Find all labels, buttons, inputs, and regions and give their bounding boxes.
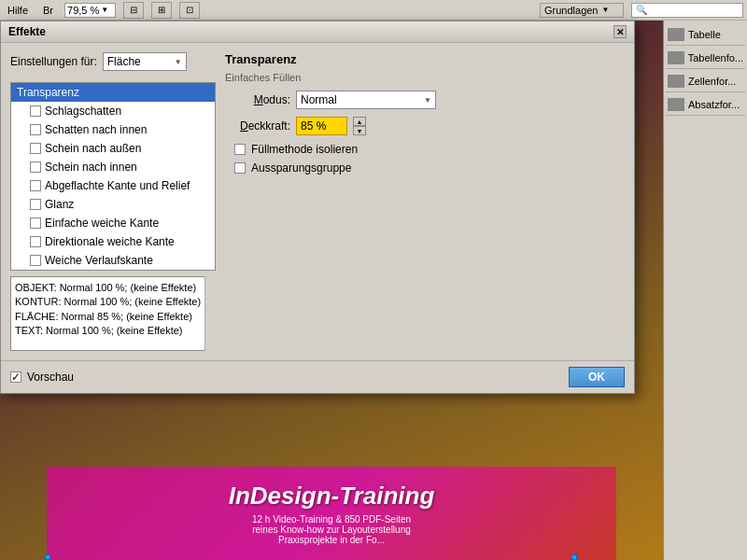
settings-dropdown-arrow: ▼ [175, 58, 182, 66]
panel-title: Transparenz [225, 52, 625, 66]
ok-button[interactable]: OK [569, 367, 625, 387]
effect-direktionale-weiche[interactable]: Direktionale weiche Kante [11, 232, 215, 251]
schein-innen-label: Schein nach innen [45, 161, 137, 174]
checkbox-glanz[interactable] [30, 199, 41, 210]
selection-handle-br [571, 554, 577, 560]
effect-transparenz[interactable]: Transparenz [11, 83, 215, 102]
checkbox-aussparung[interactable] [234, 162, 246, 174]
effect-schein-innen[interactable]: Schein nach innen [11, 158, 215, 176]
grundlagen-dropdown[interactable]: Grundlagen ▼ [540, 3, 624, 18]
transparenz-label: Transparenz [17, 86, 79, 99]
view-icon-3[interactable]: ⊡ [179, 2, 200, 19]
left-column: Einstellungen für: Fläche ▼ Transparenz … [10, 52, 216, 351]
footer-buttons: OK [569, 367, 625, 387]
effect-schlagschatten[interactable]: Schlagschatten [11, 102, 215, 120]
right-panel: Tabelle Tabellenfo... Zellenfor... Absat… [663, 21, 747, 560]
checkbox-vorschau[interactable]: ✓ [10, 371, 21, 383]
summary-scrollbar[interactable] [204, 276, 216, 351]
bg-line2: reines Know-how zur Layouterstellung [65, 525, 598, 535]
dialog-body: Einstellungen für: Fläche ▼ Transparenz … [1, 43, 634, 360]
effect-weiche-verlaufskante[interactable]: Weiche Verlaufskante [11, 251, 215, 270]
opacity-value: 85 % [301, 119, 326, 133]
effekte-dialog: Effekte ✕ Einstellungen für: Fläche ▼ Tr… [0, 21, 635, 394]
tabellenfo-icon [668, 51, 684, 64]
app-label: Br [39, 5, 57, 16]
dialog-close-button[interactable]: ✕ [613, 25, 627, 38]
checkbox-abgeflachte[interactable] [30, 180, 41, 191]
deckkraft-label: Deckkraft: [225, 119, 290, 133]
aussparung-row: Aussparungsgruppe [225, 161, 625, 175]
summary-line-0: OBJEKT: Normal 100 %; (keine Effekte) [15, 281, 211, 295]
menu-hilfe[interactable]: Hilfe [4, 5, 32, 16]
deckkraft-row: Deckkraft: 85 % ▲ ▼ [225, 117, 625, 135]
summary-container: OBJEKT: Normal 100 %; (keine Effekte) KO… [10, 276, 216, 351]
zoom-arrow: ▼ [101, 6, 108, 14]
zellenfor-icon [668, 75, 684, 88]
einfache-weiche-label: Einfache weiche Kante [45, 217, 159, 230]
schein-aussen-label: Schein nach außen [45, 142, 141, 155]
fuellmethode-row: Füllmethode isolieren [225, 143, 625, 156]
view-icon-2[interactable]: ⊞ [151, 2, 172, 19]
checkbox-schein-innen[interactable] [30, 161, 41, 173]
top-bar: Hilfe Br 79,5 % ▼ ⊟ ⊞ ⊡ Grundlagen ▼ 🔍 [0, 0, 747, 21]
settings-for-dropdown[interactable]: Fläche ▼ [103, 52, 187, 71]
effect-einfache-weiche[interactable]: Einfache weiche Kante [11, 214, 215, 232]
summary-box: OBJEKT: Normal 100 %; (keine Effekte) KO… [10, 276, 216, 351]
checkbox-schein-aussen[interactable] [30, 143, 41, 154]
modus-label: Modus: [225, 93, 290, 106]
dialog-footer: ✓ Vorschau OK [1, 360, 634, 393]
opacity-increase-button[interactable]: ▲ [353, 117, 366, 126]
view-icon-1[interactable]: ⊟ [123, 2, 144, 19]
checkbox-einfache-weiche[interactable] [30, 217, 41, 229]
settings-for-row: Einstellungen für: Fläche ▼ [10, 52, 216, 71]
summary-line-2: FLÄCHE: Normal 85 %; (keine Effekte) [15, 310, 211, 324]
glanz-label: Glanz [45, 198, 74, 211]
summary-line-3: TEXT: Normal 100 %; (keine Effekte) [15, 324, 211, 338]
right-panel-tabellenfo[interactable]: Tabellenfo... [666, 48, 745, 69]
modus-value: Normal [301, 93, 337, 106]
grundlagen-arrow: ▼ [602, 6, 610, 14]
summary-line-1: KONTUR: Normal 100 %; (keine Effekte) [15, 295, 211, 309]
checkbox-schlagschatten[interactable] [30, 105, 41, 117]
schlagschatten-label: Schlagschatten [45, 105, 121, 118]
checkbox-schatten-innen[interactable] [30, 124, 41, 135]
opacity-input[interactable]: 85 % [296, 117, 347, 135]
opacity-stepper: ▲ ▼ [353, 117, 366, 135]
right-panel-tabelle[interactable]: Tabelle [666, 24, 745, 46]
right-panel-absatzfor[interactable]: Absatzfor... [666, 94, 745, 116]
bg-line3: Praxisprojekte in der Fo... [65, 535, 598, 545]
bg-title: InDesign-Training [65, 482, 598, 511]
effect-schein-aussen[interactable]: Schein nach außen [11, 139, 215, 158]
vorschau-label: Vorschau [27, 371, 74, 384]
section-subtitle: Einfaches Füllen [225, 72, 625, 83]
opacity-decrease-button[interactable]: ▼ [353, 126, 366, 135]
selection-handle-bl [45, 554, 50, 560]
modus-dropdown-arrow: ▼ [424, 96, 431, 105]
checkbox-fuellmethode[interactable] [234, 144, 246, 155]
fuellmethode-label: Füllmethode isolieren [251, 143, 358, 156]
search-icon: 🔍 [636, 5, 647, 15]
right-panel-zellenfor[interactable]: Zellenfor... [666, 71, 745, 92]
effect-abgeflachte-kante[interactable]: Abgeflachte Kante und Relief [11, 176, 215, 195]
checkbox-direktionale[interactable] [30, 236, 41, 247]
verlaufskante-label: Weiche Verlaufskante [45, 254, 153, 267]
absatzfor-icon [668, 98, 684, 111]
effect-glanz[interactable]: Glanz [11, 195, 215, 214]
zoom-control[interactable]: 79,5 % ▼ [64, 3, 116, 18]
dialog-title-label: Effekte [8, 25, 46, 38]
abgeflachte-label: Abgeflachte Kante und Relief [45, 179, 190, 192]
aussparung-label: Aussparungsgruppe [251, 161, 351, 175]
transparency-panel: Transparenz Einfaches Füllen Modus: Norm… [225, 52, 625, 351]
bg-subtitle: 12 h Video-Training & 850 PDF-Seiten [65, 514, 598, 525]
effects-list: Transparenz Schlagschatten Schatten nach… [10, 82, 216, 271]
modus-dropdown[interactable]: Normal ▼ [296, 91, 436, 109]
effect-schatten-nach-innen[interactable]: Schatten nach innen [11, 120, 215, 139]
vorschau-row: ✓ Vorschau [10, 371, 74, 384]
modus-row: Modus: Normal ▼ [225, 91, 625, 109]
direktionale-label: Direktionale weiche Kante [45, 235, 175, 248]
settings-for-label: Einstellungen für: [10, 55, 97, 68]
tabelle-icon [668, 28, 684, 41]
search-box[interactable]: 🔍 [631, 3, 743, 18]
dialog-title-bar: Effekte ✕ [1, 21, 634, 43]
checkbox-verlaufskante[interactable] [30, 255, 41, 266]
